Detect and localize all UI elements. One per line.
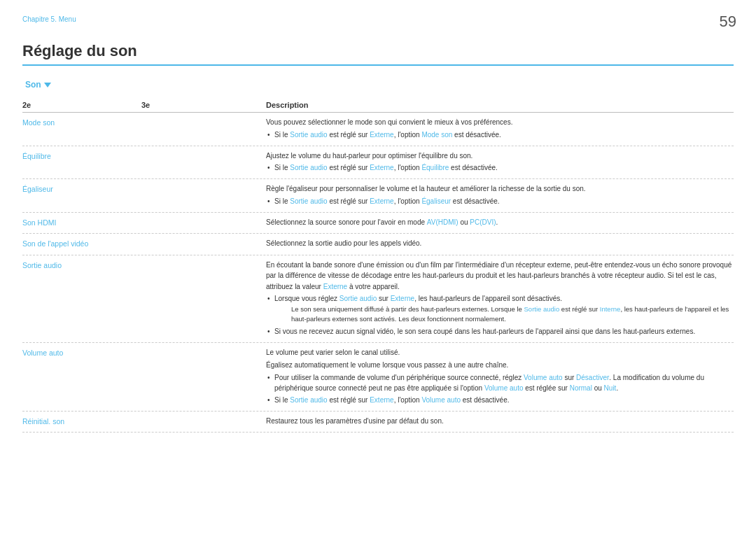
table-header: 2e 3e Description	[22, 98, 734, 113]
table-row: Réinitial. son Restaurez tous les paramè…	[22, 412, 734, 433]
row-desc-volume-auto: Le volume peut varier selon le canal uti…	[260, 347, 734, 407]
col-2e: 2e	[22, 101, 141, 109]
section-header: Son	[22, 74, 734, 94]
row-label-equilibre: Équilibre	[22, 150, 141, 160]
table-row: Volume auto Le volume peut varier selon …	[22, 343, 734, 412]
expand-icon[interactable]	[44, 83, 51, 87]
row-desc-mode-son: Vous pouvez sélectionner le mode son qui…	[260, 117, 734, 141]
page-number: 59	[720, 13, 736, 31]
table-row: Son de l'appel vidéo Sélectionnez la sor…	[22, 234, 734, 255]
row-label-son-hdmi: Son HDMI	[22, 217, 141, 227]
chapter-label: Chapitre 5. Menu	[22, 15, 76, 23]
row-label-son-appel-video: Son de l'appel vidéo	[22, 238, 141, 248]
table-row: Mode son Vous pouvez sélectionner le mod…	[22, 113, 734, 146]
row-desc-equilibre: Ajustez le volume du haut-parleur pour o…	[260, 150, 734, 175]
row-label-egaliseur: Égaliseur	[22, 183, 141, 193]
row-label-sortie-audio: Sortie audio	[22, 260, 141, 269]
row-label-reinitial-son: Réinitial. son	[22, 416, 141, 426]
row-label-volume-auto: Volume auto	[22, 347, 141, 357]
table-row: Son HDMI Sélectionnez la source sonore p…	[22, 213, 734, 234]
row-desc-egaliseur: Règle l'égaliseur pour personnaliser le …	[260, 183, 734, 208]
row-desc-son-hdmi: Sélectionnez la source sonore pour l'avo…	[260, 217, 734, 230]
content-table: 2e 3e Description Mode son Vous pouvez s…	[22, 98, 734, 433]
table-row: Égaliseur Règle l'égaliseur pour personn…	[22, 179, 734, 213]
row-label-mode-son: Mode son	[22, 117, 141, 127]
row-desc-reinitial-son: Restaurez tous les paramètres d'usine pa…	[260, 416, 734, 428]
col-3e: 3e	[141, 101, 260, 109]
table-row: Équilibre Ajustez le volume du haut-parl…	[22, 146, 734, 180]
row-desc-sortie-audio: En écoutant la bande sonore d'une émissi…	[260, 260, 734, 338]
row-desc-son-appel-video: Sélectionnez la sortie audio pour les ap…	[260, 238, 734, 251]
page-title: Réglage du son	[22, 42, 734, 66]
table-row: Sortie audio En écoutant la bande sonore…	[22, 255, 734, 343]
section-label: Son	[25, 80, 41, 90]
col-description: Description	[260, 101, 734, 109]
